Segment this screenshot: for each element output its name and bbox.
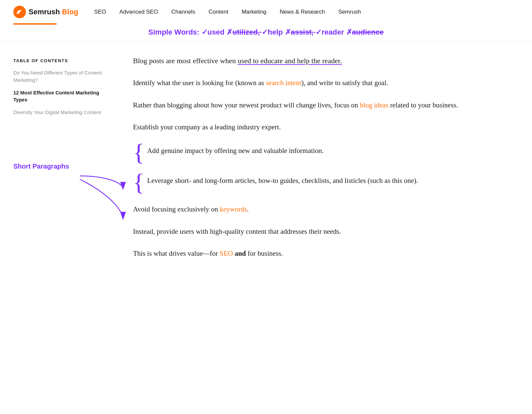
word-utilized: utilized,: [232, 28, 262, 36]
bracket-section: { Add genuine impact by offering new and…: [133, 144, 492, 194]
nav-advanced-seo[interactable]: Advanced SEO: [119, 9, 158, 15]
word-reader: reader: [322, 28, 346, 36]
word-used: used: [207, 28, 226, 36]
sidebar: TABLE OF CONTENTS Do You Need Different …: [13, 55, 126, 270]
seo-link[interactable]: SEO: [220, 249, 233, 257]
nav-marketing[interactable]: Marketing: [242, 9, 267, 15]
site-header: Semrush Blog SEO Advanced SEO Channels C…: [0, 0, 532, 24]
toc-item-3[interactable]: Diversify Your Digital Marketing Content: [13, 109, 113, 116]
word-audience: audience: [352, 28, 384, 36]
main-nav: SEO Advanced SEO Channels Content Market…: [94, 9, 361, 15]
annotation-label: Simple Words:: [148, 28, 201, 36]
nav-seo[interactable]: SEO: [94, 9, 106, 15]
annotation-bar: Simple Words: ✓used ✗utilized, ✓help ✗as…: [0, 25, 532, 42]
word-help: help: [268, 28, 285, 36]
checkmark-2: ✓: [262, 28, 268, 36]
page-body: TABLE OF CONTENTS Do You Need Different …: [0, 42, 532, 283]
toc-item-1[interactable]: Do You Need Different Types of Content M…: [13, 69, 113, 84]
para-9: This is what drives value—for SEO and fo…: [133, 248, 492, 259]
para-4: Establish your company as a leading indu…: [133, 121, 492, 133]
bracket-symbol-2: {: [133, 170, 145, 194]
bold-and: and: [235, 249, 246, 257]
bracket-symbol-1: {: [133, 140, 145, 164]
main-content: Blog posts are most effective when used …: [126, 55, 492, 270]
para-3: Rather than blogging about how your newe…: [133, 99, 492, 111]
logo[interactable]: Semrush Blog: [13, 6, 78, 18]
bracket-text-1: Add genuine impact by offering new and v…: [147, 144, 324, 157]
nav-channels[interactable]: Channels: [171, 9, 195, 15]
blog-ideas-link[interactable]: blog ideas: [360, 101, 388, 109]
crossmark-3: ✗: [346, 28, 352, 36]
checkmark-1: ✓: [201, 28, 207, 36]
nav-content[interactable]: Content: [208, 9, 228, 15]
para-8: Instead, provide users with high-quality…: [133, 226, 492, 237]
underlined-phrase: used to educate and help the reader.: [238, 57, 342, 65]
para-2: Identify what the user is looking for (k…: [133, 77, 492, 89]
crossmark-1: ✗: [226, 28, 232, 36]
para-7: Avoid focusing exclusively on keywords.: [133, 204, 492, 215]
nav-news-research[interactable]: News & Research: [280, 9, 325, 15]
checkmark-3: ✓: [316, 28, 322, 36]
toc-title: TABLE OF CONTENTS: [13, 58, 113, 63]
search-intent-link[interactable]: search intent: [266, 79, 302, 87]
word-assist: assist,: [291, 28, 316, 36]
annotation-arrows: [13, 169, 133, 242]
bracket-text-2: Leverage short- and long-form articles, …: [147, 174, 418, 187]
crossmark-2: ✗: [285, 28, 291, 36]
keywords-link[interactable]: keywords: [220, 205, 247, 213]
semrush-logo-icon: [13, 6, 26, 18]
toc-item-2[interactable]: 12 Most Effective Content Marketing Type…: [13, 89, 113, 104]
bracket-para-1: { Add genuine impact by offering new and…: [133, 144, 492, 164]
bracket-para-2: { Leverage short- and long-form articles…: [133, 174, 492, 194]
nav-semrush[interactable]: Semrush: [338, 9, 361, 15]
logo-text: Semrush Blog: [29, 8, 78, 16]
para-1: Blog posts are most effective when used …: [133, 55, 492, 67]
